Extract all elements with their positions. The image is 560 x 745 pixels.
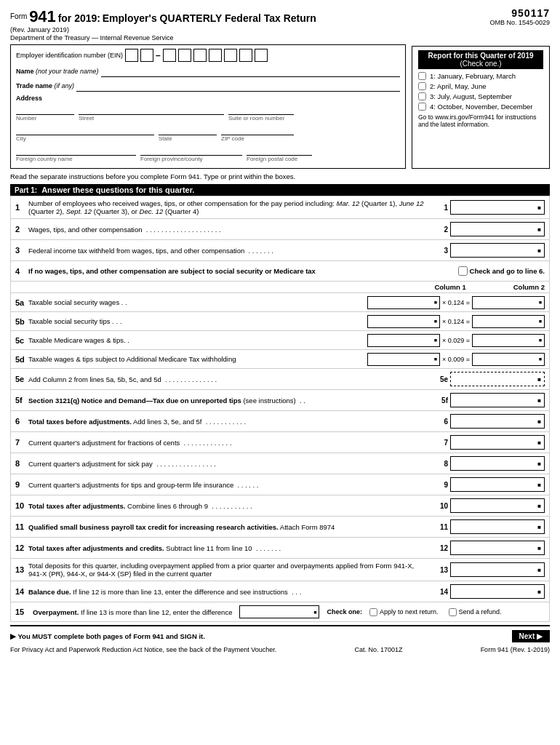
addr-city-input[interactable] (16, 124, 154, 135)
number-field: Number (16, 103, 74, 121)
line-12-desc: Total taxes after adjustments and credit… (28, 544, 435, 552)
line-14-answer[interactable] (450, 584, 545, 599)
line-5e-num: 5e (15, 375, 28, 383)
line-6-label: 6 (435, 418, 448, 426)
addr-foreign-country-input[interactable] (16, 144, 136, 156)
line-4-check[interactable]: Check and go to line 6. (458, 266, 545, 276)
line-6: 6 Total taxes before adjustments. Add li… (11, 411, 549, 432)
line-12-label: 12 (435, 544, 448, 552)
line-15-box[interactable]: ■ (239, 605, 319, 618)
addr-foreign-postal-input[interactable] (247, 144, 312, 156)
ein-box-7[interactable] (224, 49, 237, 62)
line-3-answer[interactable] (450, 243, 545, 258)
line-9: 9 Current quarter's adjustments for tips… (11, 474, 549, 495)
name-input[interactable] (101, 65, 400, 77)
line-13-answer[interactable] (450, 562, 545, 577)
line-5f-desc: Section 3121(q) Notice and Demand—Tax du… (28, 397, 435, 405)
line-8-answer[interactable] (450, 456, 545, 471)
line-13-input-area: 13 (435, 562, 545, 577)
trade-row: Trade name (if any) (16, 80, 400, 92)
line-5c-col2[interactable] (472, 334, 545, 347)
line-9-desc: Current quarter's adjustments for tips a… (28, 481, 435, 489)
line-1-label: 1 (435, 204, 448, 212)
line-12-input-area: 12 (435, 541, 545, 555)
quarter-box: Report for this Quarter of 2019 (Check o… (412, 46, 550, 169)
omb-number: OMB No. 1545-0029 (489, 19, 550, 26)
line-15-option2[interactable]: Send a refund. (449, 608, 502, 616)
line-9-answer[interactable] (450, 477, 545, 492)
addr-state-input[interactable] (159, 124, 217, 135)
addr-foreign-province-input[interactable] (140, 144, 242, 156)
line-10-answer[interactable] (450, 498, 545, 513)
line-5e-answer[interactable] (450, 372, 545, 386)
addr-line1: Number Street Suite or room number (16, 103, 400, 121)
ein-box-2[interactable] (140, 49, 153, 62)
line-4-checkbox[interactable] (458, 266, 468, 276)
line-15-checkbox-1[interactable] (369, 608, 377, 616)
next-button[interactable]: Next ▶ (512, 630, 550, 642)
quarter-checkbox-2[interactable] (418, 82, 426, 90)
addr-number-input[interactable] (16, 103, 74, 115)
line-13-label: 13 (435, 566, 448, 574)
line-5e-desc: Add Column 2 from lines 5a, 5b, 5c, and … (28, 375, 435, 383)
line-5c-col1[interactable] (367, 334, 440, 347)
line-15-checkbox-2[interactable] (449, 608, 457, 616)
line-14-input-area: 14 (435, 584, 545, 599)
page-bottom: For Privacy Act and Paperwork Reduction … (10, 646, 550, 653)
line-6-input-area: 6 (435, 414, 545, 429)
quarter-checkbox-4[interactable] (418, 103, 426, 111)
line-10-desc: Total taxes after adjustments. Combine l… (28, 502, 435, 510)
line-5f-answer[interactable] (450, 393, 545, 407)
ein-box-3[interactable] (163, 49, 176, 62)
quarter-checkbox-3[interactable] (418, 92, 426, 100)
ein-box-9[interactable] (255, 49, 268, 62)
line-15-option1[interactable]: Apply to next return. (369, 608, 439, 616)
line-5b-col1[interactable] (367, 315, 440, 328)
quarter-box-title: Report for this Quarter of 2019 (Check o… (418, 50, 543, 69)
line-5b-col2[interactable] (472, 315, 545, 328)
line-5d-col1[interactable] (367, 353, 440, 366)
line-5a-col1[interactable] (367, 296, 440, 309)
quarter-option-4[interactable]: 4: October, November, December (418, 103, 543, 111)
line-5c-mult: × 0.029 = (442, 337, 470, 344)
quarter-box-footer: Go to www.irs.gov/Form941 for instructio… (418, 113, 543, 128)
line-11-num: 11 (15, 522, 28, 531)
quarter-option-1[interactable]: 1: January, February, March (418, 72, 543, 80)
line-14-label: 14 (435, 588, 448, 596)
addr-suite-input[interactable] (228, 103, 294, 115)
line-8-num: 8 (15, 459, 28, 468)
line-5a-col2[interactable] (472, 296, 545, 309)
quarter-option-3[interactable]: 3: July, August, September (418, 92, 543, 100)
quarter-option-2[interactable]: 2: April, May, June (418, 82, 543, 90)
state-field: State (159, 124, 217, 142)
street-field: Street (79, 103, 224, 121)
trade-input[interactable] (76, 80, 400, 92)
line-12-answer[interactable] (450, 541, 545, 555)
line-11-answer[interactable] (450, 519, 545, 534)
line-7-input-area: 7 (435, 435, 545, 450)
line-11-desc: Qualified small business payroll tax cre… (28, 523, 435, 531)
line-1-answer[interactable] (450, 200, 545, 215)
page: Form 941 for 2019: Employer's QUARTERLY … (0, 0, 560, 661)
ein-box-4[interactable] (178, 49, 191, 62)
line-5d-col2[interactable] (472, 353, 545, 366)
ein-box-8[interactable] (239, 49, 252, 62)
ein-box-6[interactable] (209, 49, 222, 62)
line-5e: 5e Add Column 2 from lines 5a, 5b, 5c, a… (11, 369, 549, 390)
quarter-checkbox-1[interactable] (418, 72, 426, 80)
line-7-answer[interactable] (450, 435, 545, 450)
line-12-num: 12 (15, 543, 28, 552)
addr-street-input[interactable] (79, 103, 224, 115)
addr-zip-input[interactable] (221, 124, 294, 135)
line-3-input-area: 3 (435, 243, 545, 258)
ein-box-1[interactable] (125, 49, 138, 62)
line-5f-input-area: 5f (435, 393, 545, 407)
ein-box-5[interactable] (193, 49, 207, 62)
ein-section: Employer identification number (EIN) – (16, 49, 400, 62)
line-6-answer[interactable] (450, 414, 545, 429)
line-2-answer[interactable] (450, 222, 545, 236)
line-5a-desc: Taxable social security wages . . (28, 298, 367, 306)
address-label: Address (16, 95, 400, 102)
line-10-num: 10 (15, 501, 28, 510)
line-5f-num: 5f (15, 396, 28, 405)
